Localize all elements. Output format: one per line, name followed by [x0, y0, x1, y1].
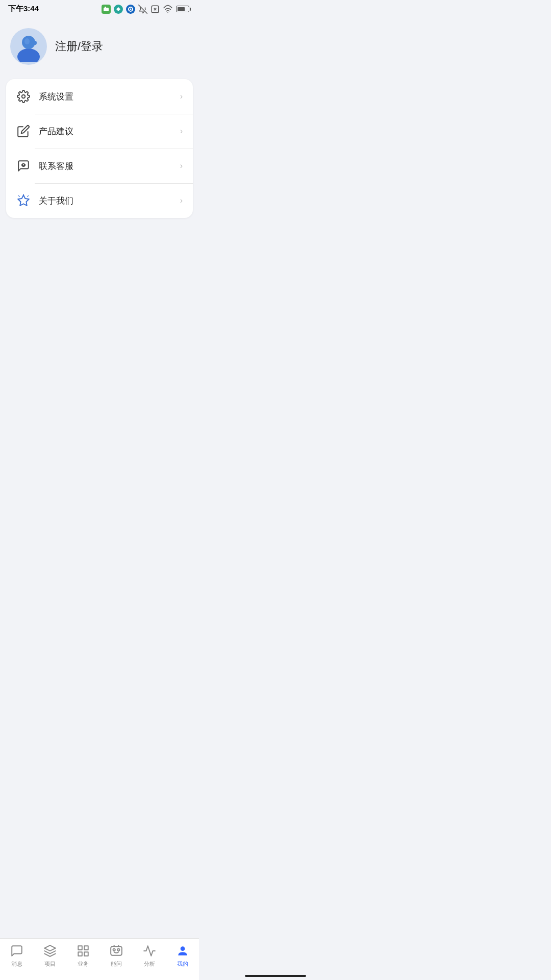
profile-login-text: 注册/登录 — [55, 39, 103, 54]
support-icon — [16, 159, 31, 173]
svg-point-13 — [22, 95, 26, 99]
app-icon-teal — [114, 5, 123, 14]
app-icon-blue — [126, 5, 135, 14]
svg-point-8 — [167, 12, 168, 13]
svg-point-3 — [130, 8, 132, 10]
suggestion-chevron: › — [180, 127, 183, 136]
about-icon — [16, 193, 31, 208]
svg-rect-0 — [104, 8, 109, 11]
menu-item-suggestion[interactable]: 产品建议 › — [6, 114, 193, 149]
svg-point-9 — [17, 48, 40, 62]
support-chevron: › — [180, 161, 183, 170]
mute-icon — [138, 5, 147, 14]
settings-chevron: › — [180, 92, 183, 101]
svg-point-11 — [24, 38, 30, 44]
settings-icon — [16, 89, 31, 104]
status-bar: 下午3:44 — [0, 0, 199, 16]
battery-icon — [176, 6, 191, 12]
menu-item-support[interactable]: 联系客服 › — [6, 149, 193, 183]
menu-card: 系统设置 › 产品建议 › 联系客服 › — [6, 79, 193, 218]
menu-item-about[interactable]: 关于我们 › — [6, 183, 193, 218]
about-chevron: › — [180, 196, 183, 205]
status-time: 下午3:44 — [8, 4, 39, 13]
app-icon-green — [102, 5, 111, 14]
menu-item-settings[interactable]: 系统设置 › — [6, 79, 193, 114]
svg-point-14 — [22, 164, 24, 166]
about-label: 关于我们 — [39, 195, 172, 207]
settings-label: 系统设置 — [39, 91, 172, 103]
support-label: 联系客服 — [39, 160, 172, 172]
svg-point-12 — [34, 41, 37, 45]
profile-section[interactable]: 注册/登录 — [0, 16, 199, 79]
svg-line-18 — [18, 195, 19, 197]
wifi-icon — [163, 5, 173, 14]
svg-line-4 — [139, 5, 147, 13]
badge-icon — [151, 5, 160, 14]
suggestion-icon — [16, 124, 31, 138]
svg-line-17 — [28, 195, 29, 197]
suggestion-label: 产品建议 — [39, 126, 172, 137]
svg-rect-1 — [105, 7, 106, 8]
status-icons — [102, 5, 191, 14]
avatar — [10, 28, 47, 65]
status-time-area: 下午3:44 — [8, 4, 39, 14]
